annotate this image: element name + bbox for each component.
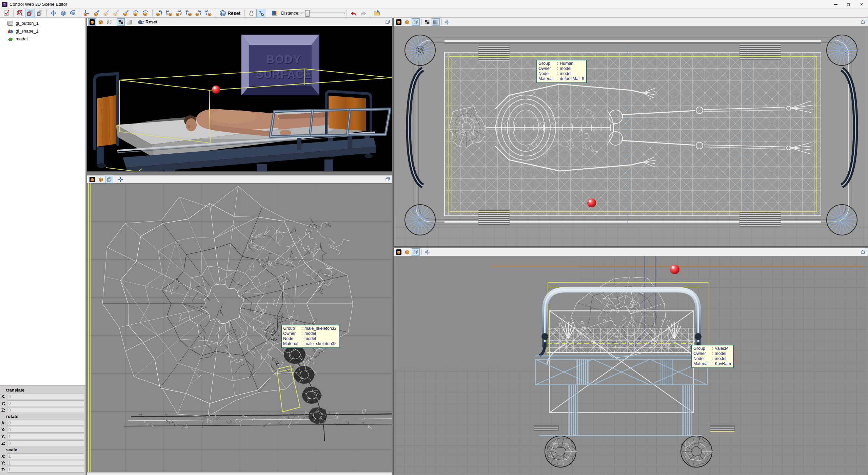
tree-item-label: model — [16, 36, 27, 41]
show-solid-objects-button[interactable] — [25, 9, 35, 17]
front-wire-scene — [394, 256, 868, 475]
translate-y-field[interactable] — [7, 400, 84, 406]
translate-z-field[interactable] — [7, 407, 84, 413]
render-solid-button[interactable] — [395, 18, 403, 26]
pan-hand-button[interactable] — [246, 9, 256, 17]
rotate-x-field[interactable] — [7, 427, 84, 433]
select-cube-icon — [17, 10, 24, 17]
rotate-90-z-ccw-button[interactable] — [203, 9, 213, 17]
move-cross-icon — [424, 249, 430, 255]
redo-button[interactable] — [358, 9, 368, 17]
background-checker-button[interactable] — [117, 18, 125, 26]
field-label: Z: — [1, 408, 7, 413]
orbit-view-button[interactable] — [68, 9, 78, 17]
rotate-90-y-cw-button[interactable] — [174, 9, 184, 17]
checker-icon — [118, 19, 124, 25]
tree-item-model[interactable]: model — [0, 35, 85, 43]
scale-y-field[interactable] — [7, 460, 84, 466]
hand-icon — [248, 10, 255, 17]
scale-z-field[interactable] — [7, 467, 84, 473]
rotate-90-y-ccw-button[interactable] — [184, 9, 194, 17]
translate-x-button[interactable] — [92, 9, 101, 17]
translate-object-button[interactable] — [82, 9, 92, 17]
select-object-button[interactable] — [15, 9, 25, 17]
tree-item-gl-button-1[interactable]: gl_button_1 — [0, 19, 85, 27]
move-view-button[interactable] — [48, 9, 58, 17]
window-title: Control Web 3D Scene Editor — [9, 2, 67, 7]
viewport-separator — [421, 249, 422, 255]
maximize-viewport-button[interactable] — [860, 249, 867, 255]
rotate-y-field[interactable] — [7, 434, 84, 439]
maximize-viewport-button[interactable] — [384, 19, 391, 25]
render-shaded-button[interactable] — [97, 176, 105, 183]
show-wire-objects-button[interactable] — [35, 9, 45, 17]
left-panel: gl_button_1 gl_shape_1 model translate X… — [0, 18, 86, 475]
top-3d-view[interactable]: Group:Human Owner:model Node:model Mater… — [394, 26, 868, 246]
rotate-object-cw-button[interactable] — [131, 9, 141, 17]
center-view-button[interactable] — [443, 18, 451, 26]
close-button[interactable]: × — [855, 0, 868, 9]
camera-reset-button[interactable]: Reset — [137, 19, 159, 25]
render-shaded-button[interactable] — [403, 18, 411, 26]
skull-3d-view[interactable]: Group:male_skeleton32 Owner:model Node:m… — [87, 183, 392, 472]
undo-button[interactable] — [349, 9, 358, 17]
grid-toggle-button[interactable] — [432, 18, 440, 26]
background-checker-button[interactable] — [423, 18, 431, 26]
close-icon: × — [860, 2, 863, 7]
field-label: X: — [1, 394, 7, 399]
wire-cube-icon — [413, 19, 419, 25]
render-shaded-button[interactable] — [403, 248, 411, 256]
distance-mode-button[interactable] — [270, 9, 280, 17]
pick-info-button[interactable] — [256, 9, 266, 17]
front-3d-view[interactable]: Group:ValecP Owner:model Node:model Mate… — [394, 256, 868, 475]
scale-x-field[interactable] — [7, 453, 84, 459]
translate-x-field[interactable] — [7, 394, 84, 399]
rotate-90-z-cw-button[interactable] — [194, 9, 203, 17]
app-icon — [2, 2, 7, 7]
scene-check-button[interactable] — [2, 9, 12, 17]
zoom-view-button[interactable] — [58, 9, 68, 17]
wire-cube-icon — [106, 19, 112, 25]
rotate-90-x-cw-button[interactable] — [154, 9, 164, 17]
center-view-button[interactable] — [117, 176, 125, 183]
distance-slider[interactable] — [301, 10, 345, 16]
rotate-z-field[interactable] — [7, 440, 84, 446]
tree-item-gl-shape-1[interactable]: gl_shape_1 — [0, 27, 85, 35]
render-solid-button[interactable] — [395, 248, 403, 256]
render-wireframe-button[interactable] — [105, 18, 113, 26]
minimize-button[interactable] — [829, 0, 842, 9]
render-wireframe-button[interactable] — [412, 248, 420, 256]
axis-cube-icon — [83, 10, 90, 17]
scale-z-row: Z: — [1, 467, 84, 473]
red-marker-sphere — [670, 265, 679, 274]
teapot-icon — [7, 36, 13, 41]
grid-toggle-button[interactable] — [125, 18, 133, 26]
translate-free-button[interactable] — [121, 9, 131, 17]
distance-slider-thumb[interactable] — [305, 10, 310, 17]
rotate-90-icon — [205, 10, 212, 17]
center-view-button[interactable] — [423, 248, 431, 256]
render-wireframe-button[interactable] — [105, 176, 113, 183]
render-3d-view[interactable]: BODY BODY SURFACE SURFACE — [87, 26, 392, 171]
render-wireframe-button[interactable] — [412, 18, 420, 26]
rotate-90-x-ccw-button[interactable] — [164, 9, 174, 17]
maximize-viewport-button[interactable] — [860, 19, 867, 25]
export-scene-button[interactable] — [372, 9, 382, 17]
render-solid-button[interactable] — [88, 176, 96, 183]
rotate-a-field[interactable] — [7, 420, 84, 426]
rotate-y-row: Y: — [1, 434, 84, 439]
reset-scene-button[interactable]: Reset — [217, 9, 243, 17]
translate-y-button[interactable] — [101, 9, 111, 17]
render-shaded-button[interactable] — [97, 18, 105, 26]
cube-arrow-icon — [122, 10, 130, 17]
translate-z-button[interactable] — [111, 9, 121, 17]
cube-3d-icon — [60, 10, 67, 17]
rotate-object-ccw-button[interactable] — [141, 9, 151, 17]
scale-section-title: scale — [6, 447, 84, 452]
render-solid-button[interactable] — [88, 18, 96, 26]
field-label: X: — [1, 454, 7, 459]
maximize-button[interactable] — [842, 0, 855, 9]
maximize-viewport-button[interactable] — [384, 176, 391, 182]
minimize-icon — [834, 4, 837, 5]
cube-arrow-icon — [93, 10, 100, 17]
